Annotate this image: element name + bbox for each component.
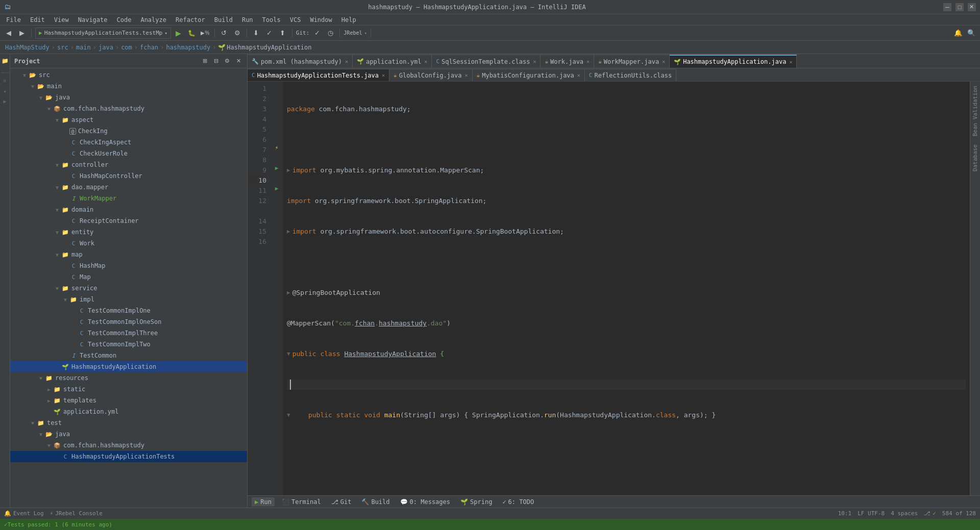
menu-analyze[interactable]: Analyze [136,15,170,24]
toolbar-sync[interactable]: ↺ [218,28,230,39]
breadcrumb-hashmapstudy[interactable]: hashmapstudy [166,44,210,51]
menu-code[interactable]: Code [113,15,136,24]
tree-test-java[interactable]: ▼ 📂 java [10,428,247,440]
tree-entity[interactable]: ▼ 📁 entity [10,226,247,238]
toolbar-git-branch[interactable]: ✓ [311,28,323,39]
git-tab[interactable]: ⎇ Git [328,497,355,507]
tree-domain[interactable]: ▼ 📁 domain [10,204,247,215]
tab-workmapper-java[interactable]: ☕ WorkMapper.java ✕ [594,55,670,68]
tree-checkingaspect[interactable]: ▶ C CheckIngAspect [10,137,247,148]
code-content[interactable]: package com.fchan.hashmapstudy; ▶ import… [283,82,970,495]
menu-help[interactable]: Help [337,15,360,24]
tree-templates[interactable]: ▶ 📁 templates [10,395,247,406]
menu-tools[interactable]: Tools [258,15,285,24]
close-hashmapstudyapplication-java[interactable]: ✕ [789,59,792,65]
menu-navigate[interactable]: Navigate [74,15,112,24]
structure-panel-icon[interactable]: ≡ [1,76,10,85]
expand-impl[interactable]: ▼ [61,295,69,304]
tree-static[interactable]: ▶ 📁 static [10,384,247,395]
run-coverage-button[interactable]: ▶% [200,28,211,39]
indent-status[interactable]: 4 spaces [891,510,918,517]
tree-checking[interactable]: ▶ @ CheckIng [10,125,247,137]
tree-application-yml[interactable]: ▶ 🌱 application.yml [10,406,247,417]
tab2-mybatisconfiguration[interactable]: ☕ MybatisConfiguration.java ✕ [473,69,585,81]
run-button[interactable]: ▶ [173,28,184,39]
menu-edit[interactable]: Edit [26,15,49,24]
expand-static[interactable]: ▶ [45,385,53,393]
expand-main[interactable]: ▼ [29,82,37,90]
expand-java[interactable]: ▼ [37,93,45,102]
jrebel-console-status[interactable]: ⚡ JRebel Console [50,510,103,517]
expand-map[interactable]: ▼ [53,250,61,259]
tree-testcommonimplthree[interactable]: ▶ C TestCommonImplThree [10,327,247,339]
gutter-9[interactable]: ▶ [271,163,283,173]
event-log-status[interactable]: 🔔 Event Log [4,510,44,517]
encoding-status[interactable]: LF UTF-8 [857,510,885,517]
close-work-java[interactable]: ✕ [586,59,590,64]
tree-daomapper[interactable]: ▼ 📁 dao.mapper [10,182,247,193]
expand-controller[interactable]: ▼ [53,161,61,169]
project-panel-toggle[interactable]: 📁 [1,56,10,65]
terminal-tab[interactable]: ⬛ Terminal [279,497,324,507]
close-hashmapstudyapplicationtests[interactable]: ✕ [382,72,385,78]
expand-daomapper[interactable]: ▼ [53,183,61,191]
debug-button[interactable]: 🐛 [186,28,198,39]
toolbar-notifications[interactable]: 🔔 [952,28,964,39]
run-panel-icon[interactable]: ▶ [1,96,10,106]
expand-aspect[interactable]: ▼ [53,116,61,124]
close-application-yml[interactable]: ✕ [424,59,427,64]
code-editor[interactable]: 1 2 3 4 5 6 7 8 9 10 11 12 14 1 [248,82,970,495]
breadcrumb-src[interactable]: src [57,44,68,51]
tree-testcommon[interactable]: ▶ I TestCommon [10,350,247,361]
toolbar-vcs-push[interactable]: ⬆ [277,28,288,39]
cursor-position[interactable]: 10:1 [838,510,852,517]
maximize-button[interactable]: □ [955,3,964,11]
breadcrumb-com[interactable]: com [121,44,132,51]
breadcrumb-fchan[interactable]: fchan [140,44,158,51]
tab2-reflectionutils[interactable]: C ReflectionUtils.class [585,69,676,81]
tree-hashmapstudyapplication[interactable]: ▶ 🌱 HashmapstudyApplication [10,361,247,372]
tab2-hashmapstudyapplicationtests[interactable]: C HashmapstudyApplicationTests.java ✕ [248,69,389,81]
favorites-icon[interactable]: ★ [1,86,10,95]
expand-service[interactable]: ▼ [53,284,61,292]
tree-test-package[interactable]: ▼ 📦 com.fchan.hashmapstudy [10,440,247,451]
build-tab[interactable]: 🔨 Build [358,497,393,507]
tree-map-folder[interactable]: ▼ 📁 map [10,249,247,260]
tree-receiptcontainer[interactable]: ▶ C ReceiptContainer [10,215,247,226]
expand-test[interactable]: ▼ [29,419,37,427]
breadcrumb-project[interactable]: HashMapStudy [5,44,50,51]
minimize-button[interactable]: ─ [943,3,951,11]
menu-window[interactable]: Window [306,15,336,24]
toolbar-vcs-commit[interactable]: ✓ [264,28,275,39]
expand-src[interactable]: ▼ [20,71,29,79]
tab2-globalconfig[interactable]: ☕ GlobalConfig.java ✕ [389,69,472,81]
tab-sqlsessiontemplate[interactable]: C SqlSessionTemplate.class ✕ [432,55,541,68]
sidebar-collapse-btn[interactable]: ⊟ [211,57,220,66]
messages-tab[interactable]: 💬 0: Messages [397,497,453,507]
tree-work[interactable]: ▶ C Work [10,238,247,249]
menu-refactor[interactable]: Refactor [172,15,209,24]
tree-service[interactable]: ▼ 📁 service [10,283,247,294]
close-button[interactable]: ✕ [968,3,976,11]
spring-tab[interactable]: 🌱 Spring [457,497,495,507]
run-config-dropdown[interactable]: ▶ HashmapstudyApplicationTests.testMp ▾ [35,28,171,39]
tree-hashmap[interactable]: ▶ C HashMap [10,260,247,271]
breadcrumb-main[interactable]: main [76,44,91,51]
close-sqlsessiontemplate[interactable]: ✕ [533,59,536,64]
tree-testcommonimpltwo[interactable]: ▶ C TestCommonImplTwo [10,339,247,350]
tree-aspect[interactable]: ▼ 📁 aspect [10,114,247,125]
expand-domain[interactable]: ▼ [53,206,61,214]
bean-validation-panel[interactable]: Bean Validation [970,82,980,140]
tree-src[interactable]: ▼ 📂 src [10,69,247,81]
tree-package[interactable]: ▼ 📦 com.fchan.hashmapstudy [10,103,247,114]
tree-testcommonimploneson[interactable]: ▶ C TestCommonImplOneSon [10,316,247,327]
todo-tab[interactable]: ✓ 6: TODO [499,497,537,507]
tree-java[interactable]: ▼ 📂 java [10,92,247,103]
tree-hashmapcontroller[interactable]: ▶ C HashMapController [10,170,247,182]
sidebar-expand-btn[interactable]: ⊞ [200,57,209,66]
close-workmapper-java[interactable]: ✕ [662,59,665,64]
toolbar-vcs-update[interactable]: ⬇ [251,28,262,39]
expand-resources[interactable]: ▼ [37,374,45,382]
tree-workmapper[interactable]: ▶ I WorkMapper [10,193,247,204]
git-status-item[interactable]: ⎇ ✓ [924,510,936,517]
